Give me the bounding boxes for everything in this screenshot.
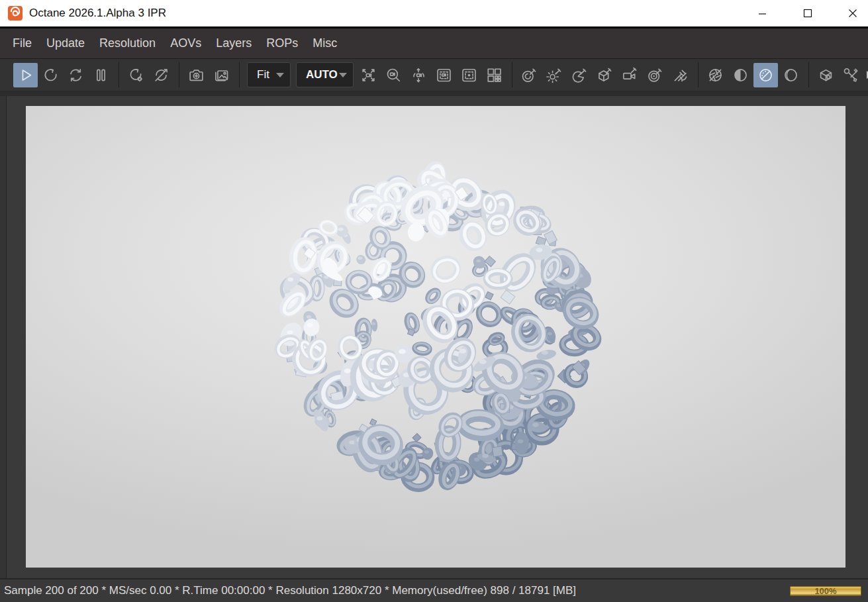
geometry-cube-button[interactable] [814, 63, 838, 87]
chevron-down-icon [339, 73, 347, 77]
menu-layers[interactable]: Layers [209, 28, 259, 58]
geometry-cube-icon [817, 66, 835, 84]
focus-picker-button[interactable] [643, 63, 667, 87]
camera-zoom-button[interactable] [381, 63, 406, 87]
camera-pan-button[interactable] [407, 63, 431, 87]
render-viewport[interactable] [26, 106, 845, 568]
render-progress-label: 100% [814, 587, 836, 595]
refresh-button[interactable] [64, 63, 88, 87]
camera-picker-button[interactable] [618, 63, 642, 87]
cutout-picker-button[interactable] [567, 63, 592, 87]
menu-misc[interactable]: Misc [305, 28, 344, 58]
camera-fit-icon [360, 66, 377, 84]
light-picker-button[interactable] [542, 63, 567, 87]
restart-button[interactable] [38, 63, 63, 87]
alpha-channel-icon [782, 66, 800, 84]
pause-button[interactable] [89, 63, 113, 87]
minimize-icon [755, 6, 770, 21]
menu-rops[interactable]: ROPs [259, 28, 305, 58]
render-statistics: Sample 200 of 200 * MS/sec 0.00 * R.Time… [4, 584, 790, 597]
toolbar-separator [808, 62, 809, 87]
play-icon [17, 66, 34, 84]
render-region-camera-button[interactable] [432, 63, 456, 87]
tools-icon [842, 66, 860, 84]
focus-picker-icon [646, 66, 664, 84]
viewport-panel [0, 91, 868, 578]
fit-dropdown[interactable]: Fit [247, 62, 291, 87]
auto-dropdown[interactable]: AUTO [296, 62, 354, 87]
menu-resolution[interactable]: Resolution [92, 28, 163, 58]
app-window: Octane 2026.1.Alpha 3 IPR File Update Re… [0, 0, 868, 602]
render-region-pick-button[interactable] [457, 63, 481, 87]
render-progress-bar: 100% [790, 586, 861, 596]
clay-render-mode-icon [757, 66, 775, 84]
aperture-disabled-button[interactable] [703, 63, 728, 87]
toolbar-separator [239, 62, 240, 87]
toolbar-separator [698, 62, 699, 87]
tile-layout-button[interactable] [482, 63, 506, 87]
octane-logo-icon [8, 6, 23, 21]
status-bar: Sample 200 of 200 * MS/sec 0.00 * R.Time… [0, 578, 868, 602]
close-icon [845, 6, 860, 21]
maximize-button[interactable] [793, 0, 823, 26]
close-button[interactable] [838, 0, 868, 26]
refresh-disabled-button[interactable] [149, 63, 173, 87]
object-picker-button[interactable] [593, 63, 617, 87]
minimize-button[interactable] [747, 0, 778, 26]
toolbar-separator [179, 62, 179, 87]
contrast-icon [732, 66, 749, 84]
toolbar-separator [512, 62, 512, 87]
menu-file[interactable]: File [5, 28, 39, 58]
cutout-picker-icon [571, 66, 589, 84]
menu-update[interactable]: Update [39, 28, 92, 58]
tools-button[interactable] [839, 63, 863, 87]
restart-settings-icon [127, 66, 145, 84]
render-region-pick-icon [460, 66, 478, 84]
refresh-icon [67, 66, 85, 84]
window-title: Octane 2026.1.Alpha 3 IPR [29, 7, 733, 20]
white-balance-picker-button[interactable] [668, 63, 693, 87]
auto-dropdown-value: AUTO [297, 68, 339, 81]
menu-bar: File Update Resolution AOVs Layers ROPs … [0, 28, 868, 58]
open-image-viewer-button[interactable] [209, 63, 234, 87]
play-button[interactable] [13, 63, 38, 87]
object-picker-icon [596, 66, 614, 84]
camera-picker-icon [621, 66, 639, 84]
white-balance-picker-icon [671, 66, 689, 84]
camera-snapshot-icon [187, 66, 205, 84]
camera-pan-icon [410, 66, 428, 84]
toolbar: Fit AUTO [0, 58, 868, 91]
light-picker-icon [546, 66, 563, 84]
save-snapshot-button[interactable] [184, 63, 209, 87]
toolbar-separator [119, 62, 119, 87]
panel-splitter[interactable] [0, 96, 7, 578]
maximize-icon [800, 6, 815, 21]
clay-render-mode-button[interactable] [753, 63, 778, 87]
title-bar: Octane 2026.1.Alpha 3 IPR [0, 0, 868, 28]
chevron-down-icon [276, 73, 284, 77]
material-picker-button[interactable] [517, 63, 542, 87]
restart-icon [42, 66, 60, 84]
tile-layout-icon [485, 66, 503, 84]
fit-dropdown-value: Fit [248, 68, 276, 81]
alpha-channel-button[interactable] [779, 63, 803, 87]
material-picker-icon [520, 66, 538, 84]
render-region-camera-icon [435, 66, 453, 84]
fit-camera-view-button[interactable] [356, 63, 381, 87]
camera-zoom-icon [385, 66, 403, 84]
refresh-disabled-icon [152, 66, 170, 84]
restart-with-settings-button[interactable] [124, 63, 148, 87]
aperture-disabled-icon [706, 66, 724, 84]
menu-aovs[interactable]: AOVs [163, 28, 209, 58]
pause-icon [92, 66, 110, 84]
render-image [26, 106, 845, 568]
image-viewer-icon [213, 66, 230, 84]
contrast-button[interactable] [728, 63, 753, 87]
